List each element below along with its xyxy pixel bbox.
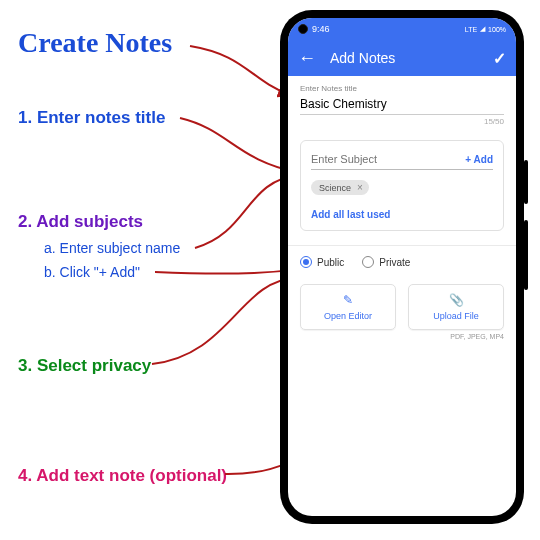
camera-hole (298, 24, 308, 34)
subject-input[interactable] (311, 153, 465, 165)
annotation-step4: 4. Add text note (optional) (18, 466, 227, 486)
radio-label: Public (317, 257, 344, 268)
subject-chip[interactable]: Science × (311, 180, 369, 195)
status-time: 9:46 (312, 24, 330, 34)
divider (288, 245, 516, 246)
chip-label: Science (319, 183, 351, 193)
status-network: LTE (465, 26, 477, 33)
radio-icon (300, 256, 312, 268)
file-types-hint: PDF, JPEG, MP4 (300, 333, 504, 340)
annotation-step2b: b. Click "+ Add" (44, 264, 140, 281)
page-title: Add Notes (330, 50, 479, 66)
signal-icon: ◢ (480, 25, 485, 33)
status-right: LTE ◢ 100% (465, 25, 506, 33)
privacy-row: Public Private (300, 256, 504, 268)
upload-file-label: Upload File (433, 311, 479, 321)
annotation-step2a: a. Enter subject name (44, 240, 180, 257)
radio-icon (362, 256, 374, 268)
confirm-icon[interactable]: ✓ (493, 49, 506, 68)
back-icon[interactable]: ← (298, 49, 316, 67)
open-editor-label: Open Editor (324, 311, 372, 321)
open-editor-button[interactable]: ✎ Open Editor (300, 284, 396, 330)
phone-frame: 9:46 LTE ◢ 100% ← Add Notes ✓ Enter Note… (280, 10, 524, 524)
content-area: Enter Notes title 15/50 + Add Science × … (288, 76, 516, 516)
statusbar: 9:46 LTE ◢ 100% (288, 18, 516, 40)
add-all-last-used-button[interactable]: Add all last used (311, 209, 493, 220)
annotation-step2: 2. Add subjects (18, 212, 143, 232)
radio-label: Private (379, 257, 410, 268)
privacy-public-radio[interactable]: Public (300, 256, 344, 268)
chip-remove-icon[interactable]: × (357, 182, 363, 193)
phone-screen: 9:46 LTE ◢ 100% ← Add Notes ✓ Enter Note… (288, 18, 516, 516)
title-char-counter: 15/50 (300, 117, 504, 126)
annotation-title: Create Notes (18, 26, 172, 60)
upload-file-button[interactable]: 📎 Upload File (408, 284, 504, 330)
action-row: ✎ Open Editor 📎 Upload File (300, 284, 504, 330)
add-subject-button[interactable]: + Add (465, 154, 493, 165)
status-battery: 100% (488, 26, 506, 33)
subject-card: + Add Science × Add all last used (300, 140, 504, 231)
notes-title-input[interactable] (300, 95, 504, 115)
privacy-private-radio[interactable]: Private (362, 256, 410, 268)
annotation-step1: 1. Enter notes title (18, 108, 165, 128)
app-header: ← Add Notes ✓ (288, 40, 516, 76)
edit-icon: ✎ (343, 293, 353, 307)
annotation-step3: 3. Select privacy (18, 356, 151, 376)
title-field-label: Enter Notes title (300, 84, 504, 93)
attach-icon: 📎 (449, 293, 464, 307)
